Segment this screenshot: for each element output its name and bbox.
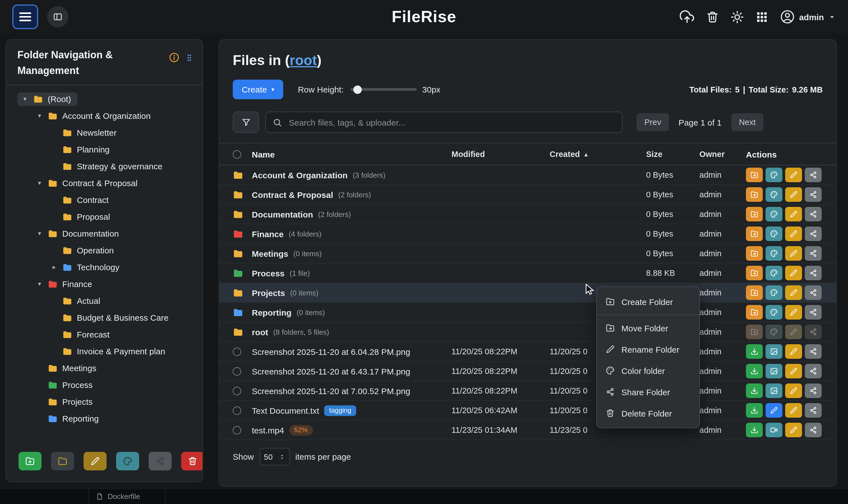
row-finance[interactable]: Finance(4 folders)0 Bytesadmin — [219, 224, 836, 244]
apps-grid-button[interactable] — [756, 11, 768, 23]
search-input[interactable] — [288, 117, 615, 128]
row-screenshot-2025-11-20-at-6-04-28-pm-png[interactable]: Screenshot 2025-11-20 at 6.04.28 PM.png1… — [219, 342, 836, 362]
rename-folder-button[interactable] — [84, 452, 107, 470]
row-checkbox[interactable] — [233, 406, 241, 415]
menu-item-share-folder[interactable]: Share Folder — [597, 381, 700, 402]
download-button[interactable] — [746, 383, 763, 398]
edit-button[interactable] — [765, 403, 782, 418]
row-height-slider[interactable] — [351, 88, 417, 91]
row-checkbox[interactable] — [233, 347, 241, 356]
color-folder-button[interactable] — [116, 452, 139, 470]
share-button[interactable] — [805, 285, 822, 300]
tree-item-actual[interactable]: Actual — [10, 293, 199, 309]
column-header-modified[interactable]: Modified — [452, 150, 550, 159]
tree-item-contract[interactable]: Contract — [10, 192, 199, 209]
tree-item-newsletter[interactable]: Newsletter — [10, 124, 199, 141]
rename-button[interactable] — [785, 246, 802, 261]
palette-button[interactable] — [765, 266, 782, 280]
share-button[interactable] — [805, 187, 822, 202]
theme-toggle-button[interactable] — [731, 11, 744, 23]
palette-button[interactable] — [765, 187, 782, 202]
rename-button[interactable] — [785, 344, 802, 359]
share-folder-button[interactable] — [148, 452, 172, 470]
tree-item-planning[interactable]: Planning — [10, 141, 199, 158]
share-button[interactable] — [805, 403, 822, 418]
preview-image-button[interactable] — [765, 344, 782, 359]
row-checkbox[interactable] — [233, 367, 241, 375]
row-text-document-txt[interactable]: Text Document.txttagging11/20/25 06:42AM… — [219, 401, 836, 420]
share-button[interactable] — [805, 305, 822, 320]
rename-button[interactable] — [785, 403, 802, 418]
column-header-name[interactable]: Name — [252, 149, 452, 159]
tree-item-reporting[interactable]: Reporting — [10, 410, 199, 427]
next-page-button[interactable]: Next — [731, 113, 764, 131]
trash-button[interactable] — [706, 11, 719, 23]
view-toggle-button[interactable] — [47, 6, 68, 28]
rename-button[interactable] — [785, 305, 802, 320]
row-account-organization[interactable]: Account & Organization(3 folders)0 Bytes… — [219, 165, 836, 185]
slider-knob[interactable] — [353, 85, 362, 94]
tree-item-finance[interactable]: ▾Finance — [10, 276, 199, 293]
user-menu-button[interactable]: admin — [780, 10, 836, 24]
share-button[interactable] — [805, 423, 822, 437]
share-button[interactable] — [805, 246, 822, 261]
rename-button[interactable] — [785, 227, 802, 241]
download-button[interactable] — [746, 344, 763, 359]
rename-button[interactable] — [785, 383, 802, 398]
menu-item-delete-folder[interactable]: Delete Folder — [597, 402, 700, 424]
share-button[interactable] — [805, 207, 822, 221]
preview-image-button[interactable] — [765, 364, 782, 378]
drag-handle-icon[interactable] — [185, 52, 194, 62]
row-screenshot-2025-11-20-at-6-43-17-pm-png[interactable]: Screenshot 2025-11-20 at 6.43.17 PM.png1… — [219, 362, 836, 381]
share-button[interactable] — [805, 266, 822, 280]
move-folder-button[interactable] — [746, 285, 763, 300]
tree-item-contract-proposal[interactable]: ▾Contract & Proposal — [10, 175, 199, 192]
share-button[interactable] — [805, 344, 822, 359]
move-folder-button[interactable] — [746, 168, 763, 182]
move-folder-button[interactable] — [746, 266, 763, 280]
row-documentation[interactable]: Documentation(2 folders)0 Bytesadmin — [219, 205, 836, 224]
share-button[interactable] — [805, 227, 822, 241]
column-header-size[interactable]: Size — [646, 150, 700, 159]
menu-item-move-folder[interactable]: Move Folder — [597, 317, 700, 339]
palette-button[interactable] — [765, 168, 782, 182]
preview-image-button[interactable] — [765, 383, 782, 398]
upload-button[interactable] — [680, 10, 694, 24]
row-projects[interactable]: Projects(0 items)0 Bytesadmin — [219, 283, 836, 303]
create-button[interactable]: Create ▾ — [233, 79, 283, 99]
create-folder-button[interactable] — [18, 452, 41, 470]
filter-button[interactable] — [233, 111, 259, 133]
rename-button[interactable] — [785, 364, 802, 378]
row-test-mp4[interactable]: test.mp452%11/23/25 01:34AM11/23/25 0adm… — [219, 420, 836, 440]
rename-button[interactable] — [785, 285, 802, 300]
column-header-owner[interactable]: Owner — [700, 150, 746, 159]
select-all-checkbox[interactable] — [233, 150, 241, 158]
row-meetings[interactable]: Meetings(0 items)0 Bytesadmin — [219, 244, 836, 264]
palette-button[interactable] — [765, 285, 782, 300]
tree-item-root[interactable]: ▾(Root) — [10, 91, 199, 108]
delete-folder-button[interactable] — [181, 452, 203, 470]
prev-page-button[interactable]: Prev — [637, 113, 669, 131]
rename-button[interactable] — [785, 423, 802, 437]
download-button[interactable] — [746, 364, 763, 378]
menu-item-color-folder[interactable]: Color folder — [597, 360, 700, 381]
palette-button[interactable] — [765, 305, 782, 320]
menu-button[interactable] — [12, 4, 38, 29]
tree-item-meetings[interactable]: Meetings — [10, 360, 199, 377]
row-screenshot-2025-11-20-at-7-00-52-pm-png[interactable]: Screenshot 2025-11-20 at 7.00.52 PM.png1… — [219, 381, 836, 401]
share-button[interactable] — [805, 364, 822, 378]
palette-button[interactable] — [765, 227, 782, 241]
tree-item-documentation[interactable]: ▾Documentation — [10, 226, 199, 242]
download-button[interactable] — [746, 423, 763, 437]
tree-item-forecast[interactable]: Forecast — [10, 326, 199, 343]
tree-item-account-organization[interactable]: ▾Account & Organization — [10, 108, 199, 124]
tree-item-process[interactable]: Process — [10, 377, 199, 394]
info-icon[interactable] — [169, 52, 179, 63]
tree-item-budget-business-care[interactable]: Budget & Business Care — [10, 309, 199, 326]
rename-button[interactable] — [785, 187, 802, 202]
column-header-created[interactable]: Created▲ — [550, 150, 646, 159]
palette-button[interactable] — [765, 246, 782, 261]
move-folder-button[interactable] — [746, 187, 763, 202]
download-button[interactable] — [746, 403, 763, 418]
rename-button[interactable] — [785, 168, 802, 182]
